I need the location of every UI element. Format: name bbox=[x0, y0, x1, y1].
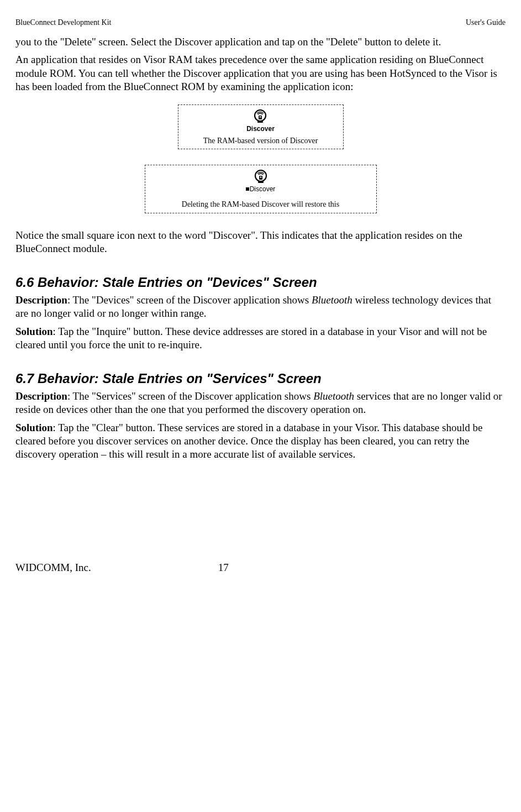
figure-ram-discover: Discover The RAM-based version of Discov… bbox=[178, 104, 344, 149]
header-right: User's Guide bbox=[466, 18, 506, 28]
figure-ram-caption: The RAM-based version of Discover bbox=[184, 136, 338, 146]
section-6-7-solution: Solution: Tap the "Clear" button. These … bbox=[15, 421, 506, 462]
section-6-7-heading: 6.7 Behavior: Stale Entries on "Services… bbox=[15, 370, 506, 387]
intro-paragraph-2: An application that resides on Visor RAM… bbox=[15, 53, 506, 93]
section-6-7-body: Description: The "Services" screen of th… bbox=[15, 390, 506, 462]
discover-ram-label: Discover bbox=[246, 125, 275, 133]
discover-icon bbox=[253, 109, 267, 124]
bluetooth-em: Bluetooth bbox=[313, 390, 354, 402]
bluetooth-em: Bluetooth bbox=[312, 294, 352, 306]
section-6-6-body: Description: The "Devices" screen of the… bbox=[15, 294, 506, 352]
description-label: Description bbox=[15, 390, 67, 402]
footer-page-number: 17 bbox=[218, 561, 229, 574]
solution-label: Solution bbox=[15, 326, 53, 337]
section-6-6-description: Description: The "Devices" screen of the… bbox=[15, 294, 506, 321]
description-text-1: : The "Services" screen of the Discover … bbox=[67, 390, 313, 402]
figure-rom-discover: Discover . Deleting the RAM-based Discov… bbox=[145, 165, 377, 213]
footer-company: WIDCOMM, Inc. bbox=[15, 561, 91, 574]
figure-rom-caption: Deleting the RAM-based Discover will res… bbox=[151, 200, 371, 209]
discover-icon bbox=[254, 170, 268, 184]
decorative-dot: . bbox=[151, 195, 371, 198]
intro-paragraph-1: you to the "Delete" screen. Select the D… bbox=[15, 35, 506, 49]
section-6-7-description: Description: The "Services" screen of th… bbox=[15, 390, 506, 417]
discover-rom-label-text: Discover bbox=[250, 185, 276, 193]
solution-text: : Tap the "Inquire" button. These device… bbox=[15, 326, 487, 350]
after-figure-paragraph: Notice the small square icon next to the… bbox=[15, 229, 506, 256]
svg-rect-3 bbox=[257, 121, 263, 123]
section-6-6-heading: 6.6 Behavior: Stale Entries on "Devices"… bbox=[15, 274, 506, 291]
svg-rect-2 bbox=[260, 117, 261, 118]
svg-rect-7 bbox=[258, 181, 264, 183]
svg-rect-6 bbox=[260, 177, 261, 178]
discover-rom-label: Discover bbox=[246, 185, 276, 193]
page-header: BlueConnect Development Kit User's Guide bbox=[15, 18, 506, 28]
page-footer: WIDCOMM, Inc. 17 bbox=[15, 561, 506, 574]
description-label: Description bbox=[15, 294, 67, 306]
header-left: BlueConnect Development Kit bbox=[15, 18, 111, 28]
solution-text: : Tap the "Clear" button. These services… bbox=[15, 422, 482, 460]
rom-module-marker-icon bbox=[246, 187, 249, 191]
discover-rom-icon-block: Discover bbox=[246, 170, 276, 193]
description-text-1: : The "Devices" screen of the Discover a… bbox=[67, 294, 312, 306]
solution-label: Solution bbox=[15, 422, 53, 433]
discover-ram-icon-block: Discover bbox=[246, 109, 275, 133]
section-6-6-solution: Solution: Tap the "Inquire" button. Thes… bbox=[15, 325, 506, 352]
